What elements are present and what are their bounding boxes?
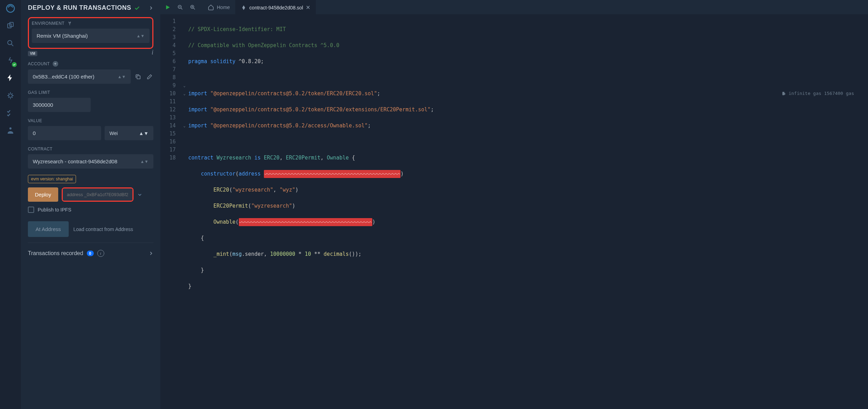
tab-home[interactable]: Home [202,0,235,15]
search-icon[interactable] [5,38,16,49]
deploy-address-input[interactable] [63,188,132,201]
editor-toolbar: Home contract-9458de2d08.sol ✕ [160,0,868,15]
home-icon [208,4,214,10]
info-icon[interactable]: i [152,49,153,56]
debugger-icon[interactable] [5,90,16,101]
publish-ipfs-checkbox[interactable] [28,207,34,213]
edit-icon[interactable] [145,72,153,82]
editor-area: Home contract-9458de2d08.sol ✕ 123456789… [160,0,868,409]
play-icon[interactable] [165,4,171,10]
chevron-down-icon[interactable] [137,192,143,198]
contract-select[interactable]: Wyzresearch - contract-9458de2d08 ▲▼ [28,154,153,169]
publish-ipfs-label: Publish to IPFS [38,207,71,213]
plug-icon [67,21,72,26]
value-input[interactable]: 0 [28,126,101,140]
info-circle-icon[interactable]: i [97,250,104,257]
line-numbers: 123456789101112131415161718 [160,15,181,409]
gas-hint: infinite gas 1567400 gas [782,91,854,96]
svg-point-4 [9,94,12,97]
at-address-button[interactable]: At Address [28,221,69,237]
gas-limit-input[interactable]: 3000000 [28,98,91,112]
tab-contract-file[interactable]: contract-9458de2d08.sol ✕ [235,0,316,15]
file-explorer-icon[interactable] [5,20,16,31]
chevron-right-icon[interactable] [149,6,153,10]
compiler-icon[interactable] [5,55,16,66]
environment-highlight: ENVIRONMENT Remix VM (Shanghai) ▲▼ [28,17,153,49]
gas-pump-icon [782,91,786,96]
unit-select[interactable]: Wei▲▼ [105,126,153,140]
checklist-icon[interactable] [5,107,16,119]
environment-select[interactable]: Remix VM (Shanghai) ▲▼ [32,29,150,43]
divider [28,243,153,243]
icon-sidebar [0,0,21,409]
value-label: VALUE [28,118,153,123]
tx-count-badge: 0 [87,251,94,256]
environment-label: ENVIRONMENT [32,21,64,26]
svg-rect-9 [782,92,784,95]
deploy-panel: DEPLOY & RUN TRANSACTIONS ENVIRONMENT Re… [21,0,160,409]
gas-limit-label: GAS LIMIT [28,90,153,95]
check-icon [134,5,140,11]
deploy-address-highlight [62,187,134,202]
vm-badge: VM [28,51,37,56]
code-editor[interactable]: 123456789101112131415161718 ⌄⌄⌄ // SPDX-… [160,15,868,409]
code-content: // SPDX-License-Identifier: MIT // Compa… [188,15,868,409]
fold-gutter: ⌄⌄⌄ [181,15,188,409]
chevron-right-icon[interactable] [149,251,153,256]
copy-icon[interactable] [134,72,142,82]
svg-point-3 [8,40,12,45]
contract-label: CONTRACT [28,147,153,151]
deploy-icon[interactable] [5,73,16,84]
zoom-in-icon[interactable] [190,4,196,10]
svg-point-5 [9,127,12,129]
transactions-recorded-label: Transactions recorded [28,250,83,256]
library-icon[interactable] [5,125,16,136]
remix-logo-icon[interactable] [5,3,16,14]
deploy-button[interactable]: Deploy [28,187,58,202]
panel-title: DEPLOY & RUN TRANSACTIONS [28,4,131,12]
zoom-out-icon[interactable] [177,4,183,10]
load-contract-label: Load contract from Address [74,226,133,232]
tab-close-icon[interactable]: ✕ [306,4,310,11]
svg-rect-6 [137,76,140,79]
evm-version-badge: evm version: shanghai [28,175,76,183]
account-select[interactable]: 0x5B3...eddC4 (100 ether) ▲▼ [28,69,131,84]
solidity-icon [241,5,246,10]
account-label: ACCOUNT [28,61,50,66]
add-account-icon[interactable]: + [53,61,58,67]
